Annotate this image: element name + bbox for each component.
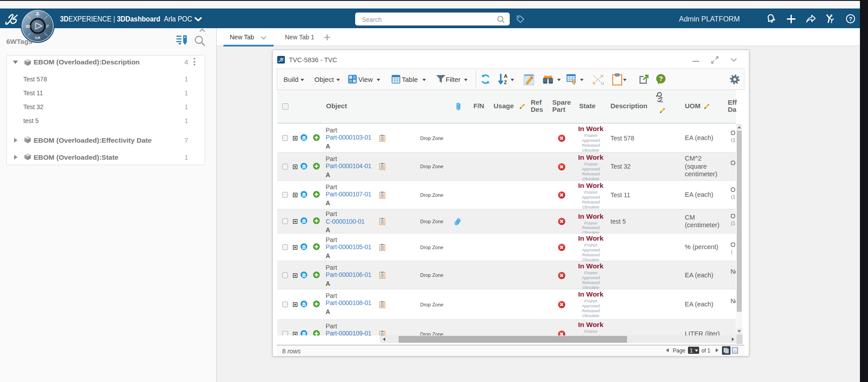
svg-text:3D: 3D <box>26 24 30 29</box>
svg-text:Z: Z <box>504 80 507 85</box>
svg-text:A: A <box>504 73 507 79</box>
svg-text:?: ? <box>849 16 852 22</box>
svg-text:?: ? <box>659 75 663 82</box>
svg-text:V,R: V,R <box>35 36 41 40</box>
svg-text:i²: i² <box>47 24 49 29</box>
